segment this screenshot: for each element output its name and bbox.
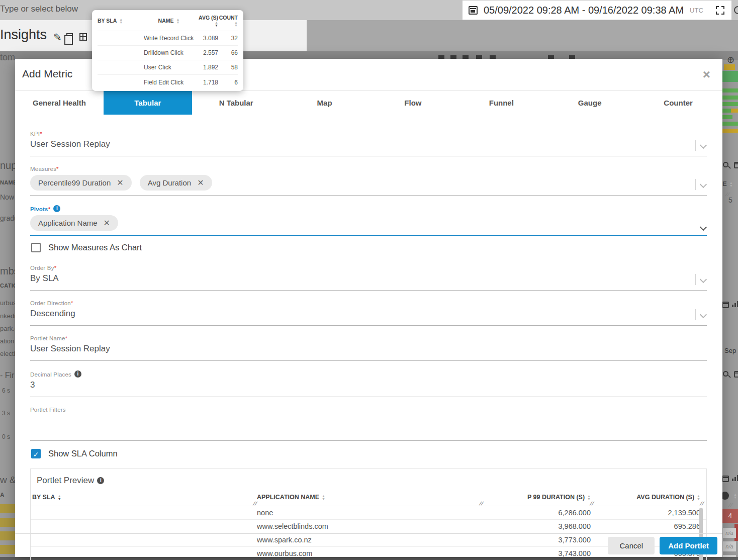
- dropdown-chevron-icon[interactable]: [695, 179, 706, 190]
- date-range-value: 05/09/2022 09:28 AM - 09/16/2022 09:38 A…: [484, 5, 684, 16]
- calendar-icon-small: [734, 371, 738, 378]
- fullscreen-icon[interactable]: [716, 6, 724, 15]
- tooltip-row: Write Record Click 3.089 32: [98, 31, 238, 46]
- order-direction-field[interactable]: Order Direction* Descending: [30, 298, 707, 326]
- measures-field[interactable]: Measures* Percentile99 Duration✕ Avg Dur…: [30, 163, 707, 196]
- preview-row: none 6,286.000 2,139.500: [31, 506, 706, 519]
- tab-counter[interactable]: Counter: [634, 91, 722, 115]
- col-name[interactable]: NAME▲▼: [144, 18, 194, 24]
- pivots-field[interactable]: Pivots*i Application Name✕: [30, 203, 707, 236]
- col-count[interactable]: COUNT▲▼: [218, 15, 238, 27]
- tab-gauge[interactable]: Gauge: [545, 91, 634, 115]
- bg-fragment: w &: [0, 475, 16, 486]
- order-by-label: Order By: [30, 265, 54, 271]
- preview-table-header: BY SLA▲▼ APPLICATION NAME▲▼ P 99 DURATIO…: [31, 486, 706, 506]
- count-value: 66: [218, 49, 238, 56]
- measure-chip[interactable]: Avg Duration✕: [140, 175, 212, 191]
- avg-value: 3.089: [194, 35, 218, 42]
- bg-sla-bars-fragment: [0, 504, 17, 558]
- modal-title: Add Metric: [22, 68, 72, 80]
- checkbox-unchecked[interactable]: [31, 243, 41, 252]
- tab-n-tabular[interactable]: N Tabular: [192, 91, 281, 115]
- remove-chip-icon[interactable]: ✕: [197, 178, 204, 188]
- col-avg-duration[interactable]: AVG DURATION (S)▲▼: [591, 494, 700, 501]
- bg-minibar: [722, 122, 738, 126]
- bg-na-value: n/a: [723, 541, 736, 551]
- bg-fragment: ation: [0, 337, 14, 345]
- dropdown-chevron-icon[interactable]: [701, 225, 706, 230]
- cancel-button[interactable]: Cancel: [608, 537, 655, 554]
- bg-fragment: - Fir: [0, 371, 14, 380]
- remove-chip-icon[interactable]: ✕: [117, 178, 123, 188]
- sla-tooltip-popup: BY SLA▲▼ NAME▲▼ AVG (S)▲▼ COUNT▲▼ Write …: [92, 10, 243, 91]
- show-sla-column-row[interactable]: ✓ Show SLA Column: [31, 449, 707, 458]
- app-name: www.selectblinds.com: [257, 522, 479, 530]
- column-resize-handle[interactable]: //: [700, 501, 705, 506]
- avg-value: 1.892: [194, 64, 218, 71]
- decimal-places-value: 3: [30, 380, 707, 392]
- measure-chip[interactable]: Percentile99 Duration✕: [30, 175, 132, 191]
- checkbox-checked[interactable]: ✓: [31, 449, 41, 458]
- background-strip: [307, 20, 738, 51]
- tab-tabular[interactable]: Tabular: [104, 91, 192, 115]
- measures-label: Measures: [30, 166, 56, 172]
- tooltip-header: BY SLA▲▼ NAME▲▼ AVG (S)▲▼ COUNT▲▼: [98, 15, 238, 31]
- info-icon[interactable]: i: [53, 205, 60, 212]
- grid-layout-icon[interactable]: [79, 33, 87, 41]
- count-value: 6: [218, 79, 238, 86]
- close-icon[interactable]: ×: [703, 67, 710, 82]
- dropdown-chevron-icon[interactable]: [695, 274, 706, 285]
- resize-handle: //: [728, 502, 734, 508]
- add-portlet-button[interactable]: Add Portlet: [660, 537, 717, 554]
- modal-footer: Cancel Add Portlet: [15, 533, 722, 557]
- date-range-picker[interactable]: 05/09/2022 09:28 AM - 09/16/2022 09:38 A…: [463, 1, 731, 20]
- decimal-places-field[interactable]: Decimal Placesi 3: [30, 368, 707, 397]
- portlet-filters-field[interactable]: Portlet Filters: [30, 404, 707, 441]
- col-avg[interactable]: AVG (S)▲▼: [194, 15, 218, 27]
- portlet-name-label: Portlet Name: [30, 335, 65, 341]
- bg-fragment: NAME: [0, 179, 17, 185]
- event-name: Field Edit Click: [144, 79, 194, 86]
- col-application-name[interactable]: APPLICATION NAME▲▼: [257, 494, 479, 501]
- col-by-sla[interactable]: BY SLA▲▼: [98, 18, 144, 24]
- tab-funnel[interactable]: Funnel: [457, 91, 545, 115]
- avg-value: 2.557: [194, 49, 218, 56]
- info-icon[interactable]: i: [97, 477, 104, 484]
- kpi-value: User Session Replay: [30, 139, 707, 151]
- show-measures-as-chart-row[interactable]: Show Measures As Chart: [31, 243, 707, 252]
- bg-fragment: A: [0, 492, 5, 499]
- tab-general-health[interactable]: General Health: [15, 91, 104, 115]
- pivot-chip[interactable]: Application Name✕: [30, 215, 118, 231]
- tab-map[interactable]: Map: [281, 91, 369, 115]
- calendar-icon-small: [722, 476, 729, 482]
- edit-pencil-icon[interactable]: ✎: [53, 31, 62, 43]
- pivots-label: Pivots: [30, 206, 48, 212]
- bg-fragment: nup: [0, 160, 17, 171]
- bg-column-header-fragment: E▲▼: [722, 180, 733, 188]
- portlet-name-value: User Session Replay: [30, 344, 707, 356]
- page-title: Insights: [0, 27, 47, 43]
- checkbox-label: Show SLA Column: [48, 449, 118, 458]
- column-resize-handle[interactable]: //: [253, 501, 258, 506]
- search-placeholder-text[interactable]: Type or select below: [0, 4, 78, 14]
- column-resize-handle[interactable]: //: [590, 501, 595, 506]
- bar-chart-icon: [732, 475, 738, 481]
- column-resize-handle[interactable]: //: [479, 501, 485, 506]
- tooltip-row: Drilldown Click 2.557 66: [98, 46, 238, 60]
- bg-fragment: 0 s: [2, 433, 10, 440]
- remove-chip-icon[interactable]: ✕: [104, 218, 110, 228]
- col-by-sla[interactable]: BY SLA▲▼: [32, 494, 257, 501]
- portlet-name-field[interactable]: Portlet Name* User Session Replay: [30, 333, 707, 361]
- event-name: Drilldown Click: [144, 49, 194, 56]
- count-value: 32: [218, 35, 238, 42]
- tab-flow[interactable]: Flow: [369, 91, 457, 115]
- order-by-field[interactable]: Order By* By SLA: [30, 262, 707, 291]
- dropdown-chevron-icon[interactable]: [695, 309, 706, 320]
- copy-icon[interactable]: [66, 33, 73, 41]
- info-icon[interactable]: i: [74, 370, 81, 378]
- col-p99-duration[interactable]: P 99 DURATION (S)▲▼: [479, 494, 591, 501]
- kpi-field[interactable]: KPI* User Session Replay: [30, 128, 707, 156]
- portlet-filters-value: [30, 415, 707, 427]
- background-partial-text: tom: [0, 52, 15, 63]
- dropdown-chevron-icon[interactable]: [695, 140, 706, 151]
